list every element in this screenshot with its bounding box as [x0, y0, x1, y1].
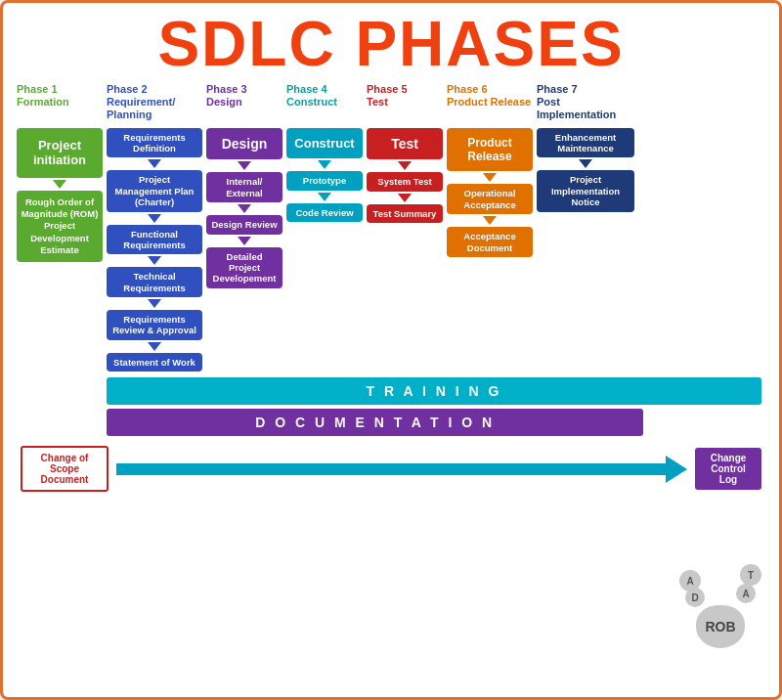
- bars-section: T R A I N I N G D O C U M E N T A T I O …: [107, 377, 761, 436]
- col2: Requirements Definition Project Manageme…: [107, 128, 202, 372]
- project-impl-notice-box: Project Implementation Notice: [537, 170, 634, 211]
- code-review-box: Code Review: [286, 203, 363, 222]
- arrow-head: [666, 456, 687, 483]
- paw-toe-bl: D: [685, 588, 705, 607]
- documentation-bar: D O C U M E N T A T I O N: [107, 409, 643, 436]
- detailed-project-box: Detailed Project Developement: [206, 247, 282, 288]
- col5: Test System Test Test Summary: [367, 128, 443, 372]
- arrow-5b: [398, 194, 412, 202]
- col1: Project initiation Rough Order of Magnit…: [17, 128, 103, 372]
- phase-headers: Phase 1 Formation Phase 2 Requirement/ P…: [17, 83, 765, 122]
- internal-external-box: Internal/ External: [206, 172, 282, 202]
- change-arrow: [116, 456, 687, 483]
- arrow-2d: [148, 299, 161, 308]
- design-box: Design: [206, 128, 282, 160]
- arrow-2b: [148, 214, 161, 223]
- arrow-4b: [318, 193, 331, 201]
- arrow-3b: [238, 204, 251, 213]
- paw-toe-tr: T: [740, 564, 761, 586]
- content-area: Project initiation Rough Order of Magnit…: [17, 128, 765, 372]
- paw-toe-br: A: [736, 584, 756, 603]
- col3: Design Internal/ External Design Review …: [206, 128, 282, 372]
- phase-7-header: Phase 7 Post Implementation: [537, 83, 634, 122]
- main-container: SDLC PHASES Phase 1 Formation Phase 2 Re…: [0, 0, 782, 700]
- phase-3-header: Phase 3 Design: [206, 83, 282, 122]
- paw-rob-label: ROB: [705, 619, 735, 634]
- arrow-3c: [238, 237, 251, 245]
- training-bar: T R A I N I N G: [107, 377, 761, 405]
- arrow-2e: [148, 342, 161, 351]
- pm-plan-box: Project Management Plan (Charter): [107, 170, 202, 211]
- arrow-5a: [398, 161, 412, 170]
- enhancement-box: Enhancement Maintenance: [537, 128, 634, 158]
- acceptance-doc-box: Acceptance Document: [447, 227, 533, 257]
- phase-4-header: Phase 4 Construct: [286, 83, 363, 122]
- func-req-box: Functional Requirements: [107, 225, 202, 255]
- arrow-7a: [579, 159, 592, 168]
- arrow-body: [116, 463, 668, 475]
- project-initiation-box: Project initiation: [17, 128, 103, 178]
- page-title: SDLC PHASES: [17, 13, 765, 75]
- req-review-box: Requirements Review & Approval: [107, 310, 202, 340]
- tech-req-box: Technical Requirements: [107, 267, 202, 297]
- col6: Product Release Operational Acceptance A…: [447, 128, 533, 372]
- operational-acceptance-box: Operational Acceptance: [447, 184, 533, 214]
- phase-6-header: Phase 6 Product Release: [447, 83, 533, 122]
- arrow-2a: [148, 159, 161, 168]
- change-scope-box: Change of Scope Document: [21, 446, 109, 492]
- sow-box: Statement of Work: [107, 353, 202, 372]
- paw-main-pad: ROB: [696, 605, 745, 648]
- arrow-6a: [483, 173, 497, 182]
- col7: Enhancement Maintenance Project Implemen…: [537, 128, 634, 372]
- phase-5-header: Phase 5 Test: [367, 83, 443, 122]
- col4: Construct Prototype Code Review: [286, 128, 363, 372]
- construct-box: Construct: [286, 128, 363, 159]
- phase-2-header: Phase 2 Requirement/ Planning: [107, 83, 202, 122]
- paw-letter-d: D: [685, 588, 705, 607]
- paw-print: A T D A ROB: [672, 560, 769, 648]
- prototype-box: Prototype: [286, 171, 363, 190]
- paw-letter-t: T: [740, 564, 761, 586]
- arrow-2c: [148, 256, 161, 265]
- change-log-box: Change Control Log: [695, 448, 761, 490]
- product-release-box: Product Release: [447, 128, 533, 172]
- arrow-3a: [238, 161, 251, 170]
- design-review-box: Design Review: [206, 215, 282, 234]
- test-summary-box: Test Summary: [367, 204, 443, 223]
- req-def-box: Requirements Definition: [107, 128, 202, 158]
- change-row: Change of Scope Document Change Control …: [21, 446, 761, 492]
- system-test-box: System Test: [367, 172, 443, 191]
- arrow-4a: [318, 160, 331, 169]
- test-box: Test: [367, 128, 443, 160]
- arrow-1: [53, 180, 66, 189]
- rom-box: Rough Order of Magnitude (ROM) Project D…: [17, 191, 103, 263]
- arrow-6b: [483, 216, 497, 225]
- phase-1-header: Phase 1 Formation: [17, 83, 103, 122]
- paw-letter-a2: A: [736, 584, 756, 603]
